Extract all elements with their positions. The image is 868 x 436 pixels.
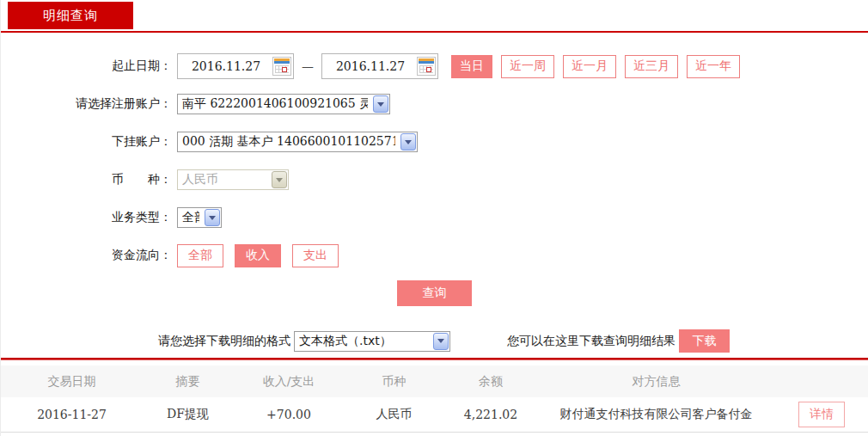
header-detail	[774, 365, 868, 397]
download-format-value: 文本格式（.txt）	[299, 334, 428, 349]
date-to-input[interactable]: 2016.11.27	[321, 53, 438, 79]
sub-account-value: 000 活期 基本户 1406600101102571848	[182, 134, 395, 150]
fund-flow-row: 资金流向： 全部 收入 支出	[1, 243, 868, 268]
download-hint: 您可以在这里下载查询明细结果	[507, 334, 675, 349]
cell-currency: 人民币	[345, 397, 443, 432]
fund-flow-expense-button[interactable]: 支出	[292, 244, 339, 267]
quick-range-week-button[interactable]: 近一周	[501, 55, 554, 78]
detail-query-page: 明细查询 起止日期： 2016.11.27 — 2016.11.27	[0, 0, 868, 436]
query-form: 起止日期： 2016.11.27 — 2016.11.27 当日 近一周	[1, 33, 868, 353]
cell-summary: DF提现	[143, 397, 233, 432]
calendar-icon[interactable]	[417, 57, 436, 76]
date-range-row: 起止日期： 2016.11.27 — 2016.11.27 当日 近一周	[1, 53, 868, 79]
biz-type-value: 全部	[182, 210, 199, 225]
quick-range-year-button[interactable]: 近一年	[687, 55, 740, 78]
currency-label: 币 种：	[1, 172, 177, 187]
results-table: 交易日期 摘要 收入/支出 币种 余额 对方信息 2016-11-27 DF提现…	[1, 365, 868, 433]
date-range-label: 起止日期：	[1, 58, 177, 74]
download-format-label: 请您选择下载明细的格式	[158, 334, 290, 349]
tab-label: 明细查询	[43, 8, 98, 24]
header-currency: 币种	[345, 365, 443, 397]
cell-balance: 4,221.02	[443, 397, 538, 432]
download-row: 请您选择下载明细的格式 文本格式（.txt） 您可以在这里下载查询明细结果 下载	[158, 329, 868, 353]
tab-bar: 明细查询	[1, 0, 868, 33]
currency-row: 币 种： 人民币	[1, 167, 868, 193]
register-account-value: 南平 6222001406100921065 灵通卡	[182, 96, 368, 112]
sub-account-row: 下挂账户： 000 活期 基本户 1406600101102571848	[1, 129, 868, 155]
biz-type-row: 业务类型： 全部	[1, 205, 868, 230]
detail-button[interactable]: 详情	[798, 402, 845, 427]
header-income-expense: 收入/支出	[233, 365, 345, 397]
chevron-down-icon[interactable]	[205, 209, 220, 226]
download-button[interactable]: 下载	[679, 329, 730, 353]
register-account-label: 请选择注册账户：	[1, 96, 177, 112]
sub-account-select[interactable]: 000 活期 基本户 1406600101102571848	[177, 132, 418, 152]
date-from-input[interactable]: 2016.11.27	[177, 53, 294, 79]
cell-trade-date: 2016-11-27	[1, 397, 143, 432]
quick-range-month-button[interactable]: 近一月	[563, 55, 616, 78]
quick-range-three-months-button[interactable]: 近三月	[625, 55, 678, 78]
fund-flow-income-button[interactable]: 收入	[235, 244, 281, 267]
chevron-down-icon[interactable]	[400, 133, 416, 150]
date-to-value: 2016.11.27	[324, 59, 417, 73]
quick-range-today-button[interactable]: 当日	[451, 55, 492, 78]
currency-select: 人民币	[177, 169, 289, 190]
cell-counterparty: 财付通支付科技有限公司客户备付金	[538, 397, 774, 432]
currency-value: 人民币	[182, 172, 266, 187]
download-format-select[interactable]: 文本格式（.txt）	[294, 331, 450, 352]
date-from-value: 2016.11.27	[180, 59, 272, 73]
header-counterparty: 对方信息	[538, 365, 774, 397]
cell-detail: 详情	[774, 397, 868, 432]
query-button-row: 查询	[1, 280, 868, 306]
header-trade-date: 交易日期	[1, 365, 143, 397]
fund-flow-all-button[interactable]: 全部	[177, 244, 223, 267]
section-separator	[1, 358, 868, 360]
query-button[interactable]: 查询	[397, 280, 472, 306]
header-summary: 摘要	[143, 365, 233, 397]
register-account-select[interactable]: 南平 6222001406100921065 灵通卡	[177, 94, 390, 114]
table-header-row: 交易日期 摘要 收入/支出 币种 余额 对方信息	[1, 365, 868, 397]
table-row: 2016-11-27 DF提现 +70.00 人民币 4,221.02 财付通支…	[1, 397, 868, 432]
date-range-dash: —	[302, 59, 314, 73]
chevron-down-icon	[272, 171, 287, 188]
chevron-down-icon[interactable]	[373, 95, 388, 113]
register-account-row: 请选择注册账户： 南平 6222001406100921065 灵通卡	[1, 91, 868, 117]
biz-type-label: 业务类型：	[1, 210, 177, 225]
cell-amount: +70.00	[233, 397, 345, 432]
chevron-down-icon[interactable]	[433, 333, 449, 350]
calendar-icon[interactable]	[272, 57, 291, 76]
fund-flow-label: 资金流向：	[1, 248, 177, 263]
biz-type-select[interactable]: 全部	[177, 207, 222, 228]
tab-detail-query[interactable]: 明细查询	[8, 2, 133, 29]
header-balance: 余额	[443, 365, 538, 397]
sub-account-label: 下挂账户：	[1, 134, 177, 150]
